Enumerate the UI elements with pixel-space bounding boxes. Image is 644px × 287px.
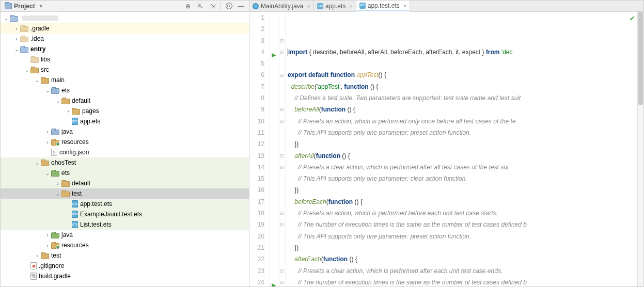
code-line[interactable]: import { describe, beforeAll, afterAll, … — [288, 46, 637, 58]
tree-row-example-jsunit[interactable]: ›ExampleJsunit.test.ets — [1, 209, 249, 219]
locate-button[interactable]: ⊕ — [182, 1, 194, 11]
code-editor[interactable]: 123456789101112131415161718192021222324 … — [249, 12, 643, 286]
hide-panel-button[interactable]: — — [235, 1, 247, 11]
fold-icon[interactable]: ⊟ — [279, 73, 285, 78]
close-icon[interactable]: × — [307, 3, 310, 9]
fold-icon[interactable]: ⊟ — [279, 50, 285, 55]
tree-row-main[interactable]: ⌄main — [1, 75, 249, 85]
run-icon[interactable]: ▶ — [272, 49, 276, 60]
tree-row-ohostest-ets[interactable]: ⌄ets — [1, 168, 249, 178]
run-gutter[interactable]: ▶▶ — [270, 12, 279, 286]
fold-icon[interactable]: ⊟ — [279, 211, 285, 216]
chevron-down-icon[interactable]: ⌄ — [23, 67, 30, 73]
code-line[interactable]: // The number of execution times is the … — [288, 219, 637, 230]
chevron-down-icon[interactable]: ⌄ — [34, 160, 41, 166]
expand-all-button[interactable]: ⇱ — [195, 1, 206, 11]
chevron-right-icon[interactable]: › — [44, 139, 51, 145]
code-line[interactable]: }) — [288, 184, 637, 196]
code-line[interactable]: // The number of execution times is the … — [288, 277, 637, 286]
folder-icon — [41, 78, 49, 84]
tree-row-build-gradle[interactable]: ›build.gradle — [1, 271, 249, 281]
code-line[interactable]: // Defines a test suite. Two parameters … — [288, 92, 637, 104]
chevron-right-icon[interactable]: › — [44, 129, 51, 135]
tree-row-entry[interactable]: ⌄entry — [1, 44, 249, 54]
tree-row-ohostest-default[interactable]: ›default — [1, 178, 249, 188]
code-line[interactable]: // This API supports only one parameter:… — [288, 173, 637, 184]
tree-row-ohostest-resources[interactable]: ›resources — [1, 240, 249, 250]
chevron-down-icon[interactable]: ⌄ — [54, 191, 61, 197]
fold-gutter[interactable]: ⊟⊟⊟⊟⊟⊟⊟⊟⊟⊟⊟ — [279, 12, 286, 286]
collapse-all-button[interactable]: ⇲ — [207, 1, 218, 11]
tree-row-app-ets[interactable]: ›app.ets — [1, 116, 249, 126]
close-icon[interactable]: × — [403, 3, 406, 9]
project-tree[interactable]: ⌄ ›.gradle ›.idea ⌄entry ›libs ⌄src ⌄mai… — [1, 12, 249, 286]
tree-row-java[interactable]: ›java — [1, 126, 249, 137]
fold-icon[interactable]: ⊟ — [279, 268, 285, 274]
tree-row-pages[interactable]: ›pages — [1, 106, 249, 116]
code-content[interactable]: ✔ import { describe, beforeAll, afterAll… — [286, 12, 637, 286]
fold-icon[interactable]: ⊟ — [279, 153, 285, 158]
tree-row-gradle[interactable]: ›.gradle — [1, 23, 249, 34]
code-line[interactable]: // Presets an action, which is performed… — [288, 208, 637, 219]
code-line[interactable]: // This API supports only one parameter:… — [288, 231, 637, 242]
code-line[interactable]: afterEach(function () { — [288, 253, 637, 265]
tree-row-ohostest[interactable]: ⌄ohosTest — [1, 157, 249, 168]
tree-row-ohostest-java[interactable]: ›java — [1, 230, 249, 240]
fold-icon[interactable]: ⊟ — [279, 165, 285, 170]
settings-button[interactable] — [223, 1, 234, 11]
chevron-right-icon[interactable]: › — [13, 36, 20, 42]
fold-icon[interactable]: ⊟ — [279, 280, 285, 285]
fold-icon[interactable]: ⊟ — [279, 38, 285, 43]
tree-row-default[interactable]: ⌄default — [1, 95, 249, 106]
close-icon[interactable]: × — [349, 3, 352, 9]
code-line[interactable]: // Presets a clear action, which is perf… — [288, 265, 637, 277]
code-line[interactable]: }) — [288, 138, 637, 150]
run-icon[interactable]: ▶ — [272, 279, 276, 286]
fold-icon[interactable]: ⊟ — [279, 222, 285, 227]
tab-app-test-ets[interactable]: app.test.ets × — [356, 1, 410, 12]
chevron-right-icon[interactable]: › — [44, 232, 51, 238]
tree-row-test-folder[interactable]: ⌄test — [1, 188, 249, 199]
code-line[interactable]: // Presets a clear action, which is perf… — [288, 162, 637, 173]
tree-row-resources[interactable]: ›resources — [1, 137, 249, 147]
chevron-down-icon[interactable]: ⌄ — [44, 170, 51, 176]
tree-row-gitignore[interactable]: ›.gitignore — [1, 261, 249, 271]
tree-row-test2[interactable]: ›test — [1, 250, 249, 261]
chevron-right-icon[interactable]: › — [13, 26, 20, 31]
tab-main-ability[interactable]: MainAbility.java × — [249, 1, 314, 11]
code-line[interactable]: export default function appTest() { — [288, 69, 637, 81]
tree-row-ets[interactable]: ⌄ets — [1, 85, 249, 95]
code-line[interactable]: // Presets an action, which is performed… — [288, 116, 637, 127]
tree-row-config[interactable]: ›config.json — [1, 147, 249, 157]
tree-row-list-test[interactable]: ›List.test.ets — [1, 219, 249, 230]
code-line[interactable] — [288, 58, 637, 69]
chevron-right-icon[interactable]: › — [65, 108, 72, 114]
chevron-down-icon[interactable]: ⌄ — [34, 77, 41, 83]
code-line[interactable]: }) — [288, 242, 637, 253]
tree-row-libs[interactable]: ›libs — [1, 54, 249, 65]
tree-row-root[interactable]: ⌄ — [1, 13, 249, 23]
chevron-right-icon[interactable]: › — [44, 243, 51, 248]
folder-icon — [61, 192, 70, 197]
chevron-down-icon[interactable]: ⌄ — [44, 88, 51, 93]
chevron-down-icon[interactable]: ⌄ — [3, 15, 10, 21]
check-icon[interactable]: ✔ — [630, 13, 635, 24]
chevron-down-icon[interactable]: ⌄ — [54, 98, 61, 104]
fold-icon[interactable]: ⊟ — [279, 107, 285, 112]
scrollbar-thumb[interactable] — [638, 12, 643, 105]
project-view-selector[interactable]: Project ▼ — [5, 3, 182, 10]
tree-row-app-test-ets[interactable]: ›app.test.ets — [1, 199, 249, 209]
code-line[interactable]: beforeEach(function () { — [288, 196, 637, 208]
fold-icon[interactable]: ⊟ — [279, 119, 285, 124]
tree-row-src[interactable]: ⌄src — [1, 65, 249, 75]
tree-row-idea[interactable]: ›.idea — [1, 34, 249, 44]
code-line[interactable]: describe('appTest', function () { — [288, 81, 637, 92]
code-line[interactable]: // This API supports only one parameter:… — [288, 127, 637, 138]
code-line[interactable]: afterAll(function () { — [288, 150, 637, 162]
tab-app-ets[interactable]: app.ets × — [314, 1, 356, 11]
code-line[interactable]: beforeAll(function () { — [288, 104, 637, 115]
chevron-right-icon[interactable]: › — [54, 181, 61, 186]
chevron-down-icon[interactable]: ⌄ — [13, 46, 20, 52]
chevron-right-icon[interactable]: › — [34, 253, 41, 259]
vertical-scrollbar[interactable] — [637, 12, 643, 286]
